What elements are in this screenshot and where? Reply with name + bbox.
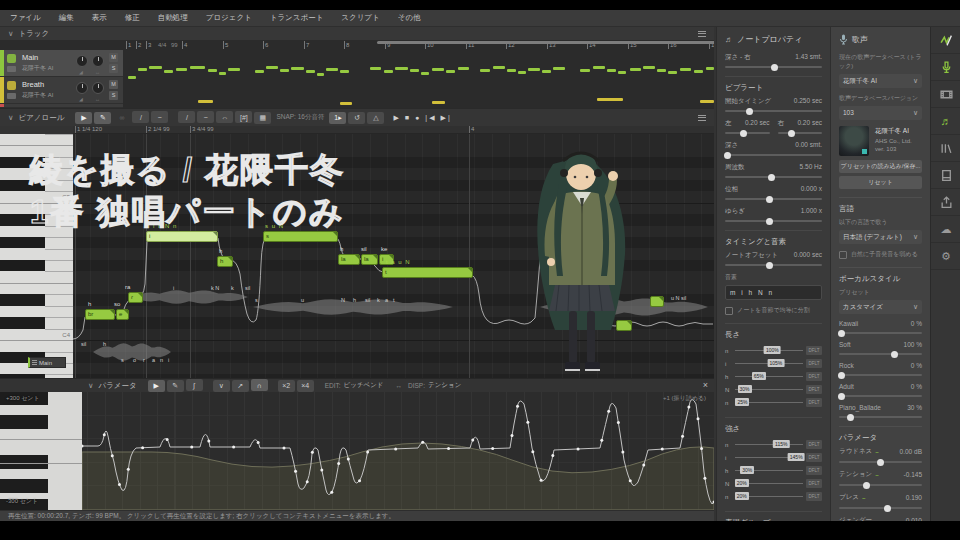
- black-key[interactable]: [0, 237, 45, 248]
- arrows-mode[interactable]: ⇔: [216, 111, 233, 123]
- curve-tool[interactable]: ~: [151, 111, 168, 123]
- slider-track[interactable]: [839, 461, 922, 463]
- slider-track[interactable]: [725, 154, 822, 156]
- curve-node[interactable]: [607, 410, 610, 413]
- note[interactable]: br: [85, 309, 115, 320]
- curve-node[interactable]: [531, 450, 534, 453]
- cloud-icon[interactable]: ☁: [931, 216, 960, 243]
- curve-node[interactable]: [421, 441, 424, 444]
- default-button[interactable]: DFLT: [806, 492, 822, 501]
- weaken-consonant-checkbox[interactable]: 自然に子音発音を弱める: [839, 250, 922, 259]
- slider-track[interactable]: [839, 332, 922, 334]
- slider-knob[interactable]: [884, 505, 891, 512]
- default-button[interactable]: DFLT: [806, 479, 822, 488]
- mute-button[interactable]: M: [109, 80, 118, 89]
- curve-node[interactable]: [320, 469, 323, 472]
- song-icon[interactable]: ♬: [931, 108, 960, 135]
- curve-node[interactable]: [617, 421, 620, 424]
- library-icon[interactable]: [931, 135, 960, 162]
- slider-knob[interactable]: [877, 459, 884, 466]
- curve-node[interactable]: [337, 462, 340, 465]
- slider-track[interactable]: [778, 132, 823, 134]
- export-icon[interactable]: [931, 189, 960, 216]
- slider-track[interactable]: [839, 353, 922, 355]
- slider-knob[interactable]: [740, 130, 747, 137]
- menu-item-修正[interactable]: 修正: [125, 13, 140, 23]
- param-pencil-tool[interactable]: ✎: [167, 380, 184, 392]
- curve-node[interactable]: [294, 470, 297, 473]
- curve-node[interactable]: [358, 479, 361, 482]
- voice-version-select[interactable]: 103∨: [839, 106, 922, 120]
- device-icon[interactable]: [931, 162, 960, 189]
- curve-node[interactable]: [347, 457, 350, 460]
- slider-track[interactable]: [839, 395, 922, 397]
- slider-knob[interactable]: [838, 330, 845, 337]
- shape-line-tool[interactable]: ↗: [232, 380, 249, 392]
- curve-node[interactable]: [166, 438, 169, 441]
- curve-node[interactable]: [629, 479, 632, 482]
- pan-knob[interactable]: [92, 55, 104, 67]
- preset-load-save-button[interactable]: プリセットの読み込み/保存...: [839, 160, 922, 173]
- curve-node[interactable]: [306, 480, 309, 483]
- curve-node[interactable]: [700, 447, 703, 450]
- slider-knob[interactable]: [838, 372, 845, 379]
- reset-button[interactable]: リセット: [839, 176, 922, 189]
- collapse-chevron-icon[interactable]: ∨: [88, 381, 94, 390]
- black-key[interactable]: [0, 214, 45, 225]
- volume-knob[interactable]: [76, 82, 88, 94]
- zoom-×2[interactable]: ×2: [278, 380, 295, 392]
- default-button[interactable]: DFLT: [806, 440, 822, 449]
- black-key[interactable]: [0, 180, 45, 191]
- follow-playback-toggle[interactable]: 1▸: [329, 112, 346, 124]
- parameter-graph[interactable]: +300 セント -300 セント +1 (振り詰める): [0, 392, 714, 510]
- menu-item-編集[interactable]: 編集: [59, 13, 74, 23]
- pianoroll-ruler[interactable]: 1 1/4 1202 1/4 993 4/4 994: [73, 126, 714, 134]
- curve-node[interactable]: [526, 421, 529, 424]
- curve-node[interactable]: [661, 448, 664, 451]
- menu-item-自動処理[interactable]: 自動処理: [158, 13, 188, 23]
- slider-track[interactable]: [725, 110, 822, 112]
- note[interactable]: t: [382, 267, 473, 278]
- collapse-chevron-icon[interactable]: ∨: [8, 113, 14, 122]
- slider-track[interactable]: [725, 220, 822, 222]
- slider-knob[interactable]: [768, 174, 775, 181]
- track-row-main[interactable]: Main花隈千冬 AI◢↔MS: [0, 50, 123, 77]
- style-preset-select[interactable]: カスタマイズ∨: [839, 300, 922, 314]
- phoneme-slider[interactable]: 20%: [735, 483, 803, 484]
- shape-arc-tool[interactable]: ∩: [251, 379, 268, 391]
- curve-node[interactable]: [540, 479, 543, 482]
- volume-knob[interactable]: [76, 55, 88, 67]
- curve-node[interactable]: [330, 491, 333, 494]
- curve-node[interactable]: [190, 446, 193, 449]
- slider-knob[interactable]: [746, 108, 753, 115]
- snap-value[interactable]: 16分音符: [298, 113, 325, 120]
- param-step-tool[interactable]: ∫: [186, 379, 203, 391]
- menu-item-トランスポート[interactable]: トランスポート: [270, 13, 324, 23]
- default-button[interactable]: DFLT: [806, 398, 822, 407]
- slider-track[interactable]: [725, 176, 822, 178]
- note[interactable]: la: [361, 254, 378, 265]
- disp-arrows-icon[interactable]: ↔: [396, 382, 403, 389]
- slider-track[interactable]: [839, 507, 922, 509]
- slider-track[interactable]: [839, 416, 922, 418]
- phoneme-slider[interactable]: 65%: [735, 376, 803, 377]
- movie-icon[interactable]: [931, 81, 960, 108]
- language-select[interactable]: 日本語 (デフォルト)∨: [839, 230, 922, 244]
- phoneme-slider[interactable]: 20%: [735, 496, 803, 497]
- note[interactable]: s: [263, 231, 338, 242]
- pianoroll-menu-icon[interactable]: [698, 113, 706, 122]
- curve-node[interactable]: [516, 405, 519, 408]
- menu-item-ファイル[interactable]: ファイル: [10, 13, 41, 23]
- pointer-tool[interactable]: ▶: [75, 112, 92, 124]
- note[interactable]: la: [338, 254, 360, 265]
- curve-node[interactable]: [257, 441, 260, 444]
- curve-node[interactable]: [366, 451, 369, 454]
- stop-button[interactable]: ■: [405, 114, 411, 121]
- curve-node[interactable]: [103, 433, 106, 436]
- curve-node[interactable]: [447, 447, 450, 450]
- menu-item-表示[interactable]: 表示: [92, 13, 107, 23]
- slider-track[interactable]: [839, 374, 922, 376]
- param-pointer-tool[interactable]: ▶: [148, 380, 165, 392]
- default-button[interactable]: DFLT: [806, 359, 822, 368]
- split-syllable-checkbox[interactable]: ノートを音節で均等に分割: [725, 306, 822, 315]
